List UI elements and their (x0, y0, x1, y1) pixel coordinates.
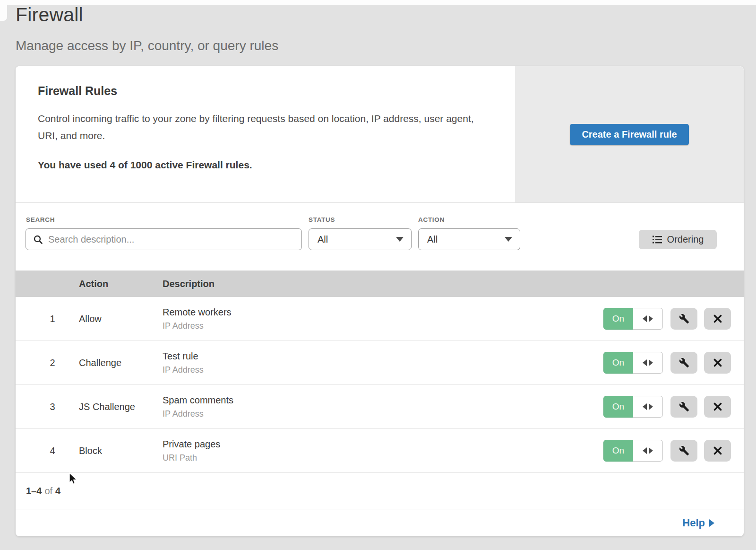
close-icon (713, 358, 722, 367)
help-link-label: Help (682, 517, 705, 529)
toggle-on-segment[interactable]: On (603, 308, 633, 330)
rule-priority: 4 (46, 445, 59, 456)
rule-action: Challenge (79, 358, 121, 368)
rule-description-title: Spam comments (163, 395, 233, 406)
ordering-button-label: Ordering (667, 234, 704, 245)
reorder-handle[interactable] (633, 440, 663, 462)
rules-heading: Firewall Rules (38, 84, 515, 98)
chevron-down-icon (396, 237, 404, 242)
close-icon (713, 314, 722, 323)
search-input[interactable] (47, 234, 301, 245)
table-header: Action Description (16, 271, 744, 297)
rule-enabled-toggle[interactable]: On (603, 440, 663, 462)
table-row: 1 Allow Remote workers IP Address On (16, 297, 744, 341)
action-label: ACTION (418, 216, 445, 223)
cta-pane: Create a Firewall rule (515, 66, 744, 202)
toggle-on-segment[interactable]: On (603, 396, 633, 418)
pagination-total: 4 (55, 486, 60, 496)
rules-description: Control incoming traffic to your zone by… (38, 110, 487, 144)
arrow-left-icon (643, 315, 647, 322)
rule-description: Private pages URI Path (163, 439, 220, 463)
create-firewall-rule-button[interactable]: Create a Firewall rule (570, 124, 688, 145)
wrench-icon (679, 445, 689, 456)
search-box[interactable] (26, 228, 302, 250)
rules-usage-note: You have used 4 of 1000 active Firewall … (38, 159, 515, 171)
page-title: Firewall (16, 0, 278, 26)
rules-intro-section: Firewall Rules Control incoming traffic … (16, 66, 744, 203)
ordering-button[interactable]: Ordering (639, 230, 717, 249)
status-select[interactable]: All (309, 228, 412, 250)
card-footer: Help (16, 509, 744, 536)
rule-match-type: IP Address (163, 321, 232, 331)
arrow-right-icon (649, 359, 653, 366)
edit-rule-button[interactable] (670, 352, 697, 374)
rule-action: Block (79, 445, 102, 456)
toggle-on-segment[interactable]: On (603, 440, 633, 462)
rule-match-type: URI Path (163, 453, 220, 463)
rule-action: Allow (79, 314, 102, 324)
reorder-handle[interactable] (633, 396, 663, 418)
rules-intro-text: Firewall Rules Control incoming traffic … (16, 66, 515, 202)
pagination-row: 1–4of4 (16, 473, 744, 509)
firewall-rules-card: Firewall Rules Control incoming traffic … (16, 66, 744, 536)
rule-enabled-toggle[interactable]: On (603, 396, 663, 418)
delete-rule-button[interactable] (704, 352, 731, 374)
action-select-value: All (427, 234, 438, 245)
rule-match-type: IP Address (163, 409, 233, 419)
table-row: 4 Block Private pages URI Path On (16, 429, 744, 473)
wrench-icon (679, 314, 689, 324)
reorder-handle[interactable] (633, 352, 663, 374)
rule-enabled-toggle[interactable]: On (603, 308, 663, 330)
page-subtitle: Manage access by IP, country, or query r… (16, 26, 278, 53)
arrow-left-icon (643, 359, 647, 366)
page-header: Firewall Manage access by IP, country, o… (16, 0, 278, 53)
wrench-icon (679, 402, 689, 412)
rule-priority: 1 (46, 314, 59, 324)
delete-rule-button[interactable] (704, 308, 731, 330)
arrow-right-icon (709, 519, 714, 527)
arrow-right-icon (649, 315, 653, 322)
close-icon (713, 402, 722, 411)
column-header-action: Action (79, 271, 108, 297)
pagination-range: 1–4 (26, 486, 42, 496)
toggle-on-segment[interactable]: On (603, 352, 633, 374)
table-row: 2 Challenge Test rule IP Address On (16, 341, 744, 385)
column-header-description: Description (163, 271, 215, 297)
delete-rule-button[interactable] (704, 440, 731, 462)
arrow-right-icon (649, 447, 653, 454)
rule-match-type: IP Address (163, 365, 204, 375)
ordered-list-icon (652, 235, 662, 244)
delete-rule-button[interactable] (704, 396, 731, 418)
arrow-left-icon (643, 403, 647, 410)
table-row: 3 JS Challenge Spam comments IP Address … (16, 385, 744, 429)
search-label: SEARCH (26, 216, 55, 223)
rule-description: Remote workers IP Address (163, 307, 232, 331)
edit-rule-button[interactable] (670, 440, 697, 462)
arrow-right-icon (649, 403, 653, 410)
rule-description-title: Test rule (163, 351, 204, 362)
rule-description-title: Private pages (163, 439, 220, 450)
arrow-left-icon (643, 447, 647, 454)
pagination-of: of (42, 486, 55, 496)
action-select[interactable]: All (418, 228, 520, 250)
rule-action: JS Challenge (79, 402, 135, 412)
rule-priority: 2 (46, 358, 59, 368)
help-link[interactable]: Help (682, 517, 714, 529)
rule-description: Spam comments IP Address (163, 395, 233, 419)
corner-artifact (0, 0, 7, 21)
status-label: STATUS (309, 216, 335, 223)
rules-table-body: 1 Allow Remote workers IP Address On (16, 297, 744, 473)
rule-description: Test rule IP Address (163, 351, 204, 375)
rule-enabled-toggle[interactable]: On (603, 352, 663, 374)
search-icon (34, 235, 43, 244)
rule-priority: 3 (46, 402, 59, 412)
chevron-down-icon (505, 237, 512, 242)
reorder-handle[interactable] (633, 308, 663, 330)
wrench-icon (679, 358, 689, 368)
status-select-value: All (318, 234, 328, 245)
edit-rule-button[interactable] (670, 308, 697, 330)
close-icon (713, 446, 722, 455)
rule-description-title: Remote workers (163, 307, 232, 318)
edit-rule-button[interactable] (670, 396, 697, 418)
